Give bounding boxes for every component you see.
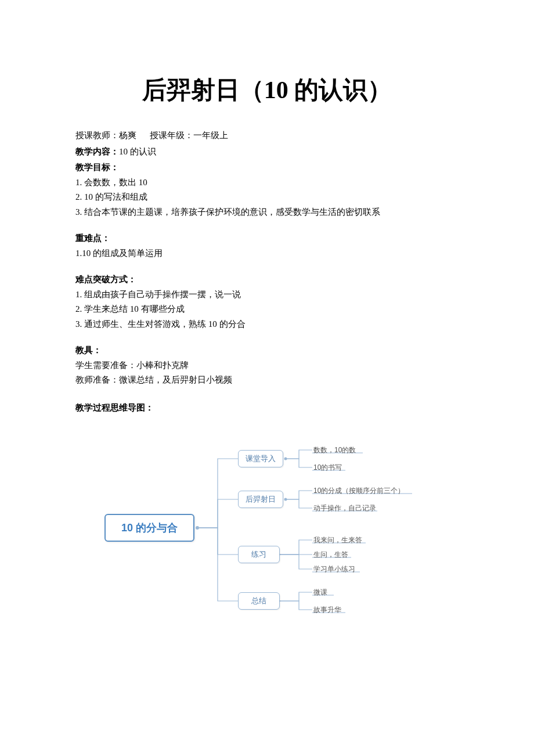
document-title: 后羿射日（10 的认识） xyxy=(75,70,459,111)
mindmap-leaf: 生问，生答 xyxy=(313,549,348,560)
mindmap-leaf: 我来问，生来答 xyxy=(313,534,362,546)
content-line: 教学内容：10 的认识 xyxy=(75,145,459,160)
svg-point-0 xyxy=(196,526,199,530)
svg-point-1 xyxy=(284,458,287,460)
breakthrough-item: 2. 学生来总结 10 有哪些分成 xyxy=(75,302,459,317)
mindmap-leaf: 10的书写 xyxy=(313,462,342,473)
mindmap-node: 练习 xyxy=(238,546,280,563)
mindmap-heading: 教学过程思维导图： xyxy=(75,401,459,416)
content-heading: 教学内容： xyxy=(75,147,119,156)
keypoints-heading: 重难点： xyxy=(75,231,459,246)
mindmap-leaf: 学习单小练习 xyxy=(313,563,355,575)
meta-line: 授课教师：杨爽 授课年级：一年级上 xyxy=(75,128,459,143)
objectives-heading: 教学目标： xyxy=(75,160,459,175)
breakthrough-heading: 难点突破方式： xyxy=(75,272,459,287)
mindmap-root: 10 的分与合 xyxy=(104,514,194,542)
tools-line: 学生需要准备：小棒和扑克牌 xyxy=(75,358,459,373)
grade-value: 一年级上 xyxy=(193,131,228,140)
mindmap-leaf: 故事升华 xyxy=(313,604,341,615)
mindmap-node: 课堂导入 xyxy=(238,450,283,467)
mindmap-leaf: 动手操作，自己记录 xyxy=(313,502,376,514)
grade-label: 授课年级： xyxy=(150,131,193,140)
mindmap-leaf: 数数，10的数 xyxy=(313,444,356,456)
teacher-value: 杨爽 xyxy=(119,131,136,140)
svg-point-4 xyxy=(284,498,287,501)
mindmap-node: 总结 xyxy=(238,592,280,610)
breakthrough-item: 1. 组成由孩子自己动手操作摆一摆，说一说 xyxy=(75,287,459,303)
mindmap-container: 10 的分与合 课堂导入 后羿射日 练习 总结 数数，10的数 10的书写 10… xyxy=(75,433,459,630)
content-text: 10 的认识 xyxy=(119,147,156,156)
objective-item: 2. 10 的写法和组成 xyxy=(75,190,459,205)
tools-heading: 教具： xyxy=(75,343,459,358)
mindmap-leaf: 10的分成（按顺序分前三个） xyxy=(313,485,405,496)
objective-item: 3. 结合本节课的主题课，培养孩子保护环境的意识，感受数学与生活的密切联系 xyxy=(75,205,459,220)
objective-item: 1. 会数数，数出 10 xyxy=(75,175,459,190)
mindmap: 10 的分与合 课堂导入 后羿射日 练习 总结 数数，10的数 10的书写 10… xyxy=(104,433,430,630)
tools-line: 教师准备：微课总结，及后羿射日小视频 xyxy=(75,373,459,388)
mindmap-node: 后羿射日 xyxy=(238,491,283,508)
breakthrough-item: 3. 通过师生、生生对答游戏，熟练 10 的分合 xyxy=(75,317,459,332)
mindmap-leaf: 微课 xyxy=(313,586,327,598)
keypoint-item: 1.10 的组成及简单运用 xyxy=(75,246,459,261)
teacher-label: 授课教师： xyxy=(75,131,119,140)
